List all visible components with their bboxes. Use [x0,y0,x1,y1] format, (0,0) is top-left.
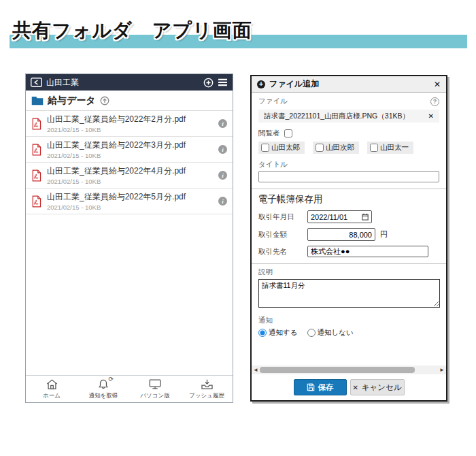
divider [252,189,446,189]
nav-item-pc-version[interactable]: パソコン版 [129,376,181,402]
info-icon[interactable]: i [218,197,227,206]
partner-field-label: 取引先名 [258,247,307,257]
bottom-nav: ホーム ⟳ 通知を取得 パソコン版 [26,375,233,402]
nav-label: 通知を取得 [89,392,118,400]
dialog-header: + ファイル追加 ✕ [252,76,446,93]
notify-on-label: 通知する [269,328,298,338]
shared-folder-app-panel: 山田工業 給与データ [25,74,233,403]
file-row[interactable]: 山田工業_従業員給与2022年3月分.pdf 2021/02/15 - 10KB… [26,137,233,163]
viewer-chip[interactable]: 山田太郎 [258,142,305,154]
company-title: 山田工業 [46,77,203,88]
folder-up-icon[interactable] [100,96,109,105]
calendar-icon[interactable] [362,213,369,221]
file-meta: 2021/02/15 - 10KB [47,126,218,133]
help-icon[interactable]: ? [430,97,439,106]
cancel-x-icon: ✕ [352,384,358,391]
viewer-chip[interactable]: 山田太一 [367,142,413,154]
file-name: 山田工業_従業員給与2022年4月分.pdf [47,165,218,177]
file-field-label: ファイル [258,97,288,106]
title-input[interactable] [258,171,439,182]
app-header: 山田工業 [26,74,233,91]
info-icon[interactable]: i [218,171,227,180]
add-file-dialog: + ファイル追加 ✕ ファイル ? 請求書_20221101_山田商店様.PNG… [250,75,447,402]
folder-name: 給与データ [48,95,96,107]
scrollbar-track[interactable] [260,367,438,373]
dialog-footer: 保存 ✕ キャンセル [252,374,446,400]
monitor-icon [148,378,162,391]
date-value: 2022/11/01 [311,213,347,221]
notify-field-label: 通知 [258,316,439,325]
page-title: 共有フォルダ アプリ画面 [12,18,252,44]
notify-off-option[interactable]: 通知しない [307,328,354,338]
nav-item-push-history[interactable]: プッシュ履歴 [181,376,233,402]
cancel-label: キャンセル [362,382,402,393]
horizontal-scrollbar[interactable]: ◄ ► [252,365,446,374]
pdf-icon [31,118,41,130]
file-meta: 2021/02/15 - 10KB [47,152,218,159]
ledger-section-heading: 電子帳簿保存用 [258,193,439,206]
attached-file-name: 請求書_20221101_山田商店様.PNG（31KB） [264,112,428,121]
info-icon[interactable]: i [218,119,227,128]
cancel-button[interactable]: ✕ キャンセル [350,379,405,395]
info-icon[interactable]: i [218,145,227,154]
viewer-name: 山田太一 [380,143,409,152]
viewer-name: 山田次郎 [326,143,354,152]
attached-file-chip: 請求書_20221101_山田商店様.PNG（31KB） ✕ [258,110,439,123]
nav-item-get-notifications[interactable]: ⟳ 通知を取得 [78,376,129,402]
file-name: 山田工業_従業員給与2022年2月分.pdf [47,114,218,125]
scroll-right-icon[interactable]: ► [438,367,446,373]
pdf-icon [31,144,41,156]
viewer-checkbox[interactable] [370,144,378,152]
add-icon[interactable] [203,78,214,88]
file-meta: 2021/02/15 - 10KB [47,203,218,211]
notify-on-radio[interactable] [258,329,267,337]
folder-icon [31,95,44,105]
push-history-icon [200,378,214,391]
title-field-label: タイトル [258,160,439,169]
notify-on-option[interactable]: 通知する [258,328,298,338]
nav-label: ホーム [43,392,61,400]
page: 共有フォルダ アプリ画面 山田工業 [0,0,476,456]
bell-refresh-icon: ⟳ [97,378,110,391]
file-row[interactable]: 山田工業_従業員給与2022年2月分.pdf 2021/02/15 - 10KB… [26,111,233,137]
dialog-empty-area [258,338,439,365]
scroll-left-icon[interactable]: ◄ [252,367,260,373]
amount-input[interactable] [307,228,375,241]
viewers-label: 閲覧者 [258,129,280,138]
description-textarea[interactable]: 請求書11月分 [258,279,440,308]
menu-icon[interactable] [218,78,228,86]
dialog-title: ファイル追加 [269,78,434,90]
notify-radio-group: 通知する 通知しない [258,328,439,338]
description-field-label: 説明 [258,267,439,277]
viewer-name: 山田太郎 [271,143,300,152]
current-folder-row[interactable]: 給与データ [26,91,233,111]
viewer-checkbox[interactable] [316,144,324,152]
pdf-icon [31,195,41,208]
file-name: 山田工業_従業員給与2022年5月分.pdf [47,191,218,203]
file-meta: 2021/02/15 - 10KB [47,178,218,185]
date-field-label: 取引年月日 [258,212,307,222]
refresh-glyph: ⟳ [108,376,114,382]
notify-off-label: 通知しない [318,328,354,338]
remove-file-icon[interactable]: ✕ [428,112,434,120]
close-icon[interactable]: ✕ [434,80,441,89]
plus-circle-icon: + [257,80,265,88]
save-label: 保存 [318,382,334,393]
date-input[interactable]: 2022/11/01 [307,210,372,223]
divider [252,263,446,264]
file-name: 山田工業_従業員給与2022年3月分.pdf [47,140,218,151]
nav-item-home[interactable]: ホーム [26,376,78,402]
shared-folder-icon [31,78,42,87]
file-row[interactable]: 山田工業_従業員給与2022年4月分.pdf 2021/02/15 - 10KB… [26,163,233,189]
partner-input[interactable] [307,246,428,257]
save-button[interactable]: 保存 [294,379,347,395]
file-list-empty-area: ↑ 上へ [26,214,233,375]
viewers-select-all-checkbox[interactable] [284,129,292,137]
viewer-chip[interactable]: 山田次郎 [313,142,359,154]
save-icon [307,383,315,391]
notify-off-radio[interactable] [307,329,316,337]
viewer-checkbox[interactable] [261,144,269,152]
file-row[interactable]: 山田工業_従業員給与2022年5月分.pdf 2021/02/15 - 10KB… [26,189,233,214]
dialog-body: ファイル ? 請求書_20221101_山田商店様.PNG（31KB） ✕ 閲覧… [252,93,446,365]
scrollbar-thumb[interactable] [260,367,415,373]
